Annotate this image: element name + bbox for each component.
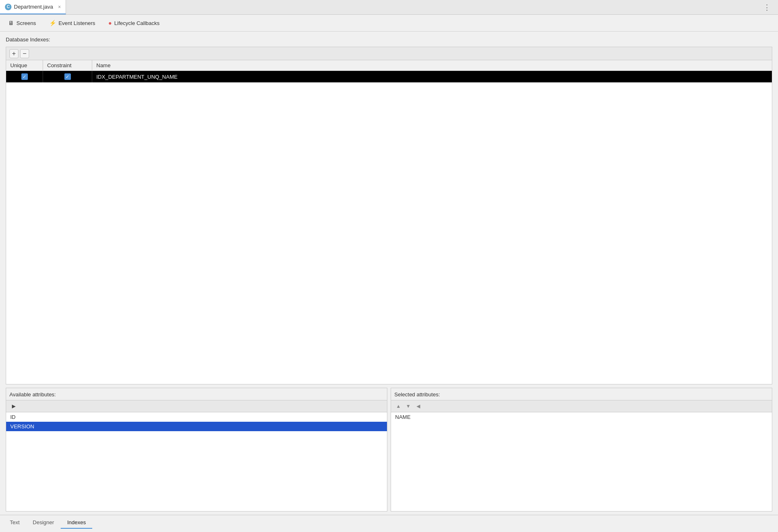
move-right-button[interactable]: ▶ bbox=[9, 402, 18, 410]
checkmark-icon: ✓ bbox=[23, 74, 26, 80]
tab-text-label: Text bbox=[10, 519, 20, 525]
event-listeners-icon: ⚡ bbox=[49, 20, 56, 26]
tab-designer[interactable]: Designer bbox=[26, 517, 61, 529]
cell-unique: ✓ bbox=[6, 71, 43, 82]
available-attributes-list: ID VERSION bbox=[6, 412, 387, 511]
tab-indexes[interactable]: Indexes bbox=[61, 517, 93, 529]
index-table-header: Unique Constraint Name bbox=[6, 60, 772, 71]
tab-file-icon: C bbox=[5, 4, 11, 10]
header-unique: Unique bbox=[6, 60, 43, 70]
index-name-value: IDX_DEPARTMENT_UNQ_NAME bbox=[96, 74, 177, 80]
selected-attributes-panel: Selected attributes: ▲ ▼ ◀ NAME bbox=[391, 388, 772, 512]
tab-lifecycle-callbacks[interactable]: ● Lifecycle Callbacks bbox=[105, 18, 163, 28]
remove-index-button[interactable]: − bbox=[20, 49, 29, 58]
tab-event-listeners[interactable]: ⚡ Event Listeners bbox=[46, 18, 99, 28]
db-indexes-label: Database Indexes: bbox=[6, 36, 772, 43]
index-table-toolbar: + − bbox=[6, 47, 772, 60]
index-table-body: ✓ ✓ IDX_DEPARTMENT_UNQ_NAME bbox=[6, 71, 772, 194]
tab-label: Department.java bbox=[14, 4, 53, 10]
checkmark-icon-2: ✓ bbox=[66, 74, 69, 80]
tab-bar: C Department.java × ⋮ bbox=[0, 0, 778, 15]
attr-item-name[interactable]: NAME bbox=[391, 412, 772, 422]
move-left-button[interactable]: ◀ bbox=[414, 402, 422, 410]
constraint-checkbox[interactable]: ✓ bbox=[64, 73, 71, 80]
selected-attributes-list: NAME bbox=[391, 412, 772, 511]
unique-checkbox[interactable]: ✓ bbox=[21, 73, 28, 80]
screens-icon: 🖥 bbox=[8, 20, 14, 26]
table-row[interactable]: ✓ ✓ IDX_DEPARTMENT_UNQ_NAME bbox=[6, 71, 772, 82]
bottom-tab-bar: Text Designer Indexes bbox=[0, 515, 778, 530]
tab-screens[interactable]: 🖥 Screens bbox=[5, 18, 39, 28]
available-panel-toolbar: ▶ bbox=[6, 400, 387, 412]
cell-constraint: ✓ bbox=[43, 71, 92, 82]
tab-indexes-label: Indexes bbox=[67, 519, 86, 525]
available-attributes-panel: Available attributes: ▶ ID VERSION bbox=[6, 388, 387, 512]
index-table: Unique Constraint Name ✓ ✓ bbox=[6, 60, 772, 384]
move-up-button[interactable]: ▲ bbox=[394, 402, 403, 410]
main-content: Database Indexes: + − Unique Constraint … bbox=[0, 32, 778, 515]
attr-item-version[interactable]: VERSION bbox=[6, 422, 387, 431]
attr-item-id[interactable]: ID bbox=[6, 412, 387, 422]
header-name: Name bbox=[92, 60, 772, 70]
tab-close-button[interactable]: × bbox=[58, 4, 61, 10]
tab-designer-label: Designer bbox=[33, 519, 54, 525]
move-down-button[interactable]: ▼ bbox=[404, 402, 412, 410]
play-icon: ▶ bbox=[12, 403, 16, 409]
tab-text[interactable]: Text bbox=[3, 517, 26, 529]
tab-screens-label: Screens bbox=[16, 20, 36, 26]
db-indexes-section: Database Indexes: + − Unique Constraint … bbox=[0, 32, 778, 388]
bottom-panels: Available attributes: ▶ ID VERSION Selec… bbox=[0, 388, 778, 515]
tab-lifecycle-callbacks-label: Lifecycle Callbacks bbox=[114, 20, 160, 26]
down-icon: ▼ bbox=[406, 403, 411, 409]
up-icon: ▲ bbox=[396, 403, 401, 409]
selected-attributes-label: Selected attributes: bbox=[391, 388, 772, 400]
header-constraint: Constraint bbox=[43, 60, 92, 70]
tab-event-listeners-label: Event Listeners bbox=[59, 20, 96, 26]
add-index-button[interactable]: + bbox=[9, 49, 18, 58]
selected-panel-toolbar: ▲ ▼ ◀ bbox=[391, 400, 772, 412]
department-tab[interactable]: C Department.java × bbox=[0, 0, 66, 14]
lifecycle-callbacks-icon: ● bbox=[108, 20, 111, 26]
cell-name: IDX_DEPARTMENT_UNQ_NAME bbox=[92, 71, 772, 82]
tab-menu-button[interactable]: ⋮ bbox=[760, 1, 774, 14]
left-icon: ◀ bbox=[416, 403, 420, 409]
available-attributes-label: Available attributes: bbox=[6, 388, 387, 400]
toolbar-tabs: 🖥 Screens ⚡ Event Listeners ● Lifecycle … bbox=[0, 15, 778, 32]
